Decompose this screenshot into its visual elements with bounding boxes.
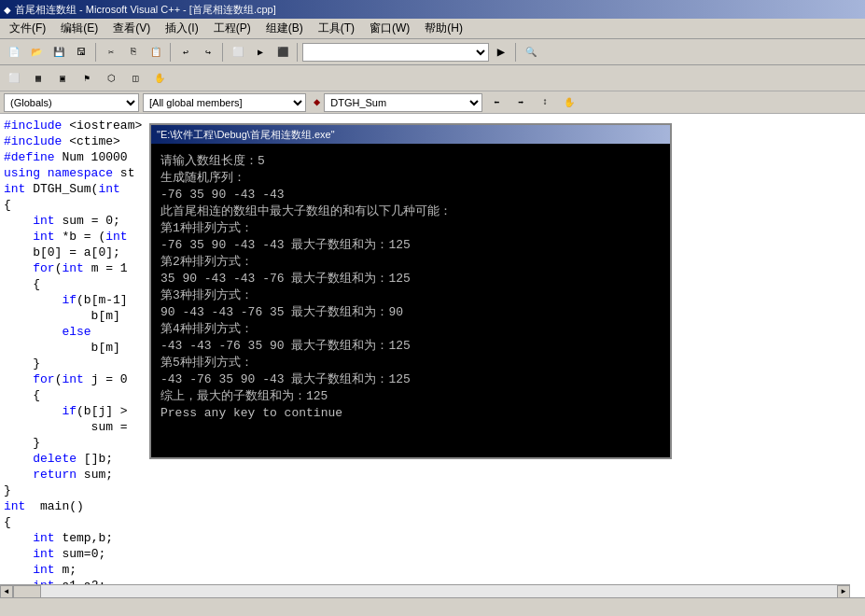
save-all-btn[interactable]: 🖫 [71,42,91,63]
console-line-7: 第2种排列方式： [160,254,661,271]
config-combo[interactable] [302,43,489,62]
sep2 [170,43,172,62]
nav-btn4[interactable]: ✋ [559,92,579,113]
menu-project[interactable]: 工程(P) [206,19,258,38]
members-combo[interactable]: [All global members] [143,93,306,112]
scroll-right[interactable]: ► [837,585,850,598]
nav-btn1[interactable]: ⬅ [486,92,507,113]
menu-tools[interactable]: 工具(T) [311,19,362,38]
dbg5[interactable]: ⬡ [101,68,121,89]
scroll-track[interactable] [13,585,837,598]
code-line-28: int sum=0; [4,546,861,562]
sep5 [515,43,517,62]
toolbar-main: 📄 📂 💾 🖫 ✂ ⎘ 📋 ↩ ↪ ⬜ ▶ ⬛ ▶ 🔍 [0,39,865,65]
menu-file[interactable]: 文件(F) [2,19,53,38]
console-line-13: 第5种排列方式： [160,355,661,371]
console-line-8: 35 90 -43 -43 -76 最大子数组和为：125 [160,271,661,287]
console-line-10: 90 -43 -43 -76 35 最大子数组和为：90 [160,304,661,321]
nav-btn2[interactable]: ➡ [510,92,531,113]
code-line-25: int main() [4,498,861,514]
console-line-1: 请输入数组长度：5 [160,153,661,170]
globals-combo[interactable]: (Globals) [4,93,139,112]
menu-bar: 文件(F) 编辑(E) 查看(V) 插入(I) 工程(P) 组建(B) 工具(T… [0,19,865,39]
console-title-text: "E:\软件工程\Debug\首尾相连数组.exe" [157,126,335,143]
code-line-26: { [4,514,861,530]
redo-btn[interactable]: ↪ [198,42,218,63]
app-icon: ◆ [4,5,11,15]
dbg6[interactable]: ◫ [125,68,146,89]
menu-build[interactable]: 组建(B) [258,19,311,38]
sep1 [95,43,97,62]
function-combo[interactable]: DTGH_Sum [324,93,482,112]
cut-btn[interactable]: ✂ [101,42,121,63]
undo-btn[interactable]: ↩ [175,42,196,63]
console-line-5: 第1种排列方式： [160,220,661,237]
console-line-3: -76 35 90 -43 -43 [160,187,661,203]
code-line-29: int m; [4,562,861,578]
new-btn[interactable]: 📄 [4,42,24,63]
open-btn[interactable]: 📂 [26,42,47,63]
compile-btn[interactable]: ⬜ [228,42,248,63]
code-line-23: return sum; [4,467,861,483]
console-line-4: 此首尾相连的数组中最大子数组的和有以下几种可能： [160,203,661,220]
dbg3[interactable]: ▣ [52,68,73,89]
dbg1[interactable]: ⬜ [4,68,24,89]
code-line-24: } [4,483,861,498]
code-editor[interactable]: #include <iostream> #include <ctime> #de… [0,114,865,597]
title-bar: ◆ 首尾相连数组 - Microsoft Visual C++ - [首尾相连数… [0,0,865,19]
dbg7[interactable]: ✋ [149,68,170,89]
console-line-2: 生成随机序列： [160,170,661,187]
console-window: "E:\软件工程\Debug\首尾相连数组.exe" 请输入数组长度：5 生成随… [149,123,672,459]
console-content: 请输入数组长度：5 生成随机序列： -76 35 90 -43 -43 此首尾相… [160,153,661,422]
menu-view[interactable]: 查看(V) [105,19,158,38]
console-title-bar: "E:\软件工程\Debug\首尾相连数组.exe" [151,125,670,144]
toolbar-debug: ⬜ ▦ ▣ ⚑ ⬡ ◫ ✋ [0,65,865,91]
console-line-11: 第4种排列方式： [160,321,661,338]
scroll-left[interactable]: ◄ [0,585,13,598]
save-btn[interactable]: 💾 [49,42,69,63]
copy-btn[interactable]: ⎘ [123,42,144,63]
search-btn[interactable]: 🔍 [521,42,541,63]
console-line-16: Press any key to continue [160,405,661,422]
status-bar [0,597,865,616]
sep3 [222,43,224,62]
console-line-15: 综上，最大的子数组和为：125 [160,388,661,405]
title-text: 首尾相连数组 - Microsoft Visual C++ - [首尾相连数组.… [15,3,276,17]
nav-btn3[interactable]: ↕ [535,92,555,113]
dbg2[interactable]: ▦ [28,68,49,89]
stop-btn[interactable]: ⬛ [272,42,293,63]
menu-help[interactable]: 帮助(H) [417,19,470,38]
code-line-27: int temp,b; [4,530,861,546]
main-area: #include <iostream> #include <ctime> #de… [0,114,865,597]
console-line-12: -43 -43 -76 35 90 最大子数组和为：125 [160,338,661,355]
menu-window[interactable]: 窗口(W) [362,19,417,38]
sep4 [297,43,299,62]
console-line-6: -76 35 90 -43 -43 最大子数组和为：125 [160,237,661,254]
menu-edit[interactable]: 编辑(E) [53,19,105,38]
paste-btn[interactable]: 📋 [146,42,166,63]
dbg4[interactable]: ⚑ [77,68,97,89]
menu-insert[interactable]: 插入(I) [158,19,205,38]
nav-bar: (Globals) [All global members] ◆ DTGH_Su… [0,91,865,114]
run-btn[interactable]: ▶ [491,42,511,63]
scroll-thumb[interactable] [13,585,41,598]
h-scrollbar[interactable]: ◄ ► [0,584,850,597]
console-line-9: 第3种排列方式： [160,287,661,304]
console-line-14: -43 -76 35 90 -43 最大子数组和为：125 [160,371,661,388]
build-btn[interactable]: ▶ [250,42,271,63]
